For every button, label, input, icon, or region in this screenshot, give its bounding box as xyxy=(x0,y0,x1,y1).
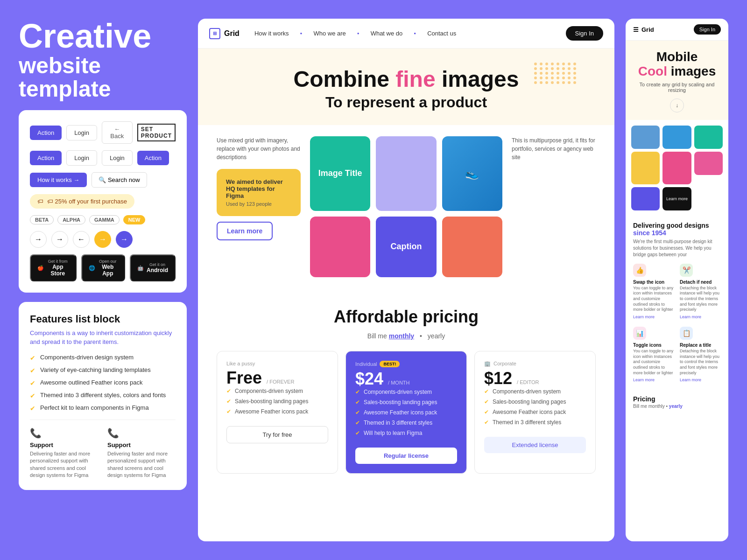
action-button-1[interactable]: Action xyxy=(30,126,62,140)
support-item-1: 📞 Support Delivering faster and more per… xyxy=(30,427,98,479)
yellow-card: We aimed to deliver HQ templates for Fig… xyxy=(217,169,301,216)
features-subtitle: Components is a way to inherit customiza… xyxy=(30,329,176,346)
price-feature-free-1: ✔Components-driven system xyxy=(226,388,328,394)
check-icon-4: ✔ xyxy=(30,392,35,399)
image-grid: Image Title 👟 Caption xyxy=(310,136,502,277)
learn-more-button[interactable]: Learn more xyxy=(217,222,273,240)
grid-right-text: This is multipurpose grid, it fits for p… xyxy=(512,136,596,277)
grid-left-text: Use mixed grid with imagery, replace wit… xyxy=(217,136,301,277)
mobile-section-desc: We're the first multi-purpose design kit… xyxy=(633,238,721,258)
arrow-right-active-yellow[interactable]: → xyxy=(94,231,111,248)
how-it-works-button[interactable]: How it works → xyxy=(30,173,87,187)
replace-icon: 📋 xyxy=(680,327,693,340)
nav-link-who[interactable]: Who we are xyxy=(313,30,345,37)
button-row-1: Action Login ← Back SETPRODUCT xyxy=(30,121,176,144)
features-list: ✔ Components-driven design system ✔ Vari… xyxy=(30,354,176,412)
nav-link-contact[interactable]: Contact us xyxy=(427,30,456,37)
billing-toggle: Bill me monthly • yearly xyxy=(217,332,596,340)
login-button-1[interactable]: Login xyxy=(66,125,97,140)
try-free-button[interactable]: Try for free xyxy=(226,426,328,443)
feature-item-1: ✔ Components-driven design system xyxy=(30,354,176,362)
grid-section: Use mixed grid with imagery, replace wit… xyxy=(198,125,614,288)
check-icon-2: ✔ xyxy=(30,367,35,374)
mobile-grid-cell-5 xyxy=(662,152,691,184)
mobile-feature-row-2: 📊 Toggle icons You can toggle to any ico… xyxy=(633,327,721,382)
mobile-grid-cell-7 xyxy=(631,187,660,210)
grid-cell-pink xyxy=(310,217,370,277)
tag-alpha: ALPHA xyxy=(57,215,85,224)
action-button-2[interactable]: Action xyxy=(30,151,62,165)
swap-icon: 👍 xyxy=(633,264,646,277)
mobile-subtitle: To create any grid by scaling and resizi… xyxy=(633,82,721,93)
nav-signin-button[interactable]: Sign In xyxy=(566,26,603,41)
mobile-learn-more-button[interactable]: Learn more xyxy=(662,187,691,210)
mobile-feature-replace: 📋 Replace a title Detaching the block in… xyxy=(680,327,721,382)
swap-learn-link[interactable]: Learn more xyxy=(633,315,674,319)
arrow-right-active-purple[interactable]: → xyxy=(116,231,133,248)
mobile-grid-cell-2 xyxy=(662,126,691,149)
mobile-scroll-arrow[interactable]: ↓ xyxy=(670,98,684,112)
hero-title-block: Creative website template xyxy=(19,19,187,101)
appstore-button[interactable]: 🍎 Get it from App Store xyxy=(30,254,77,281)
price-feature-ind-3: ✔Awesome Feather icons pack xyxy=(355,409,457,416)
grid-cell-coral xyxy=(442,217,502,277)
mobile-signin-button[interactable]: Sign In xyxy=(694,24,721,35)
android-button[interactable]: 🤖 Get it on Android xyxy=(130,254,176,281)
price-feature-ind-2: ✔Sales-boosting landing pages xyxy=(355,399,457,406)
web-icon: 🌐 xyxy=(89,265,95,271)
support-row: 📞 Support Delivering faster and more per… xyxy=(30,420,176,479)
mobile-section-title: Delivering good designssince 1954 xyxy=(633,222,721,237)
replace-learn-link[interactable]: Learn more xyxy=(680,378,721,382)
features-title: Features list block xyxy=(30,313,176,325)
mobile-billing-yearly[interactable]: yearly xyxy=(669,404,683,409)
price-feature-corp-2: ✔Sales-boosting landing pages xyxy=(484,399,586,405)
arrow-left-2[interactable]: ← xyxy=(73,231,90,248)
price-feature-corp-3: ✔Awesome Feather icons pack xyxy=(484,409,586,415)
pricing-card-free: Like a pussy Free / FOREVER ✔Components-… xyxy=(217,351,338,474)
mobile-feature-swap: 👍 Swap the icon You can toggle to any ic… xyxy=(633,264,674,319)
back-button[interactable]: ← Back xyxy=(102,121,133,144)
feature-item-5: ✔ Perfect kit to learn components in Fig… xyxy=(30,404,176,412)
arrow-left-1[interactable]: → xyxy=(30,231,47,248)
tier-label-corporate: 🏢Corporate xyxy=(484,361,586,367)
regular-license-button[interactable]: Regular license xyxy=(355,448,457,464)
arrow-right-1[interactable]: → xyxy=(51,231,68,248)
billing-yearly[interactable]: yearly xyxy=(428,332,445,340)
mobile-feature-toggle: 📊 Toggle icons You can toggle to any ico… xyxy=(633,327,674,382)
detach-learn-link[interactable]: Learn more xyxy=(680,315,721,319)
billing-monthly[interactable]: monthly xyxy=(389,332,414,340)
grid-cell-lavender xyxy=(376,136,436,211)
nav-link-what[interactable]: What we do xyxy=(371,30,403,37)
toggle-learn-link[interactable]: Learn more xyxy=(633,378,674,382)
arrows-row: → → ← → → xyxy=(30,231,176,248)
right-panel: ☰ Grid Sign In Mobile Cool images To cre… xyxy=(626,19,728,541)
login-button-2[interactable]: Login xyxy=(66,150,97,166)
ui-demo-card: Action Login ← Back SETPRODUCT Action Lo… xyxy=(19,110,187,293)
promo-badge: 🏷 🏷 25% off your first purchase xyxy=(30,194,134,209)
hero-title: Creative website template xyxy=(19,19,187,101)
detach-icon: ✂️ xyxy=(680,264,693,277)
hero-section: Combine fine images To represent a produ… xyxy=(198,49,614,125)
login-button-3[interactable]: Login xyxy=(102,150,133,166)
mobile-billing: Bill me monthly • yearly xyxy=(633,404,721,409)
promo-icon: 🏷 xyxy=(37,198,43,205)
mobile-content: Delivering good designssince 1954 We're … xyxy=(626,216,728,396)
check-icon-5: ✔ xyxy=(30,405,35,412)
action-button-3[interactable]: Action xyxy=(137,151,169,165)
price-feature-corp-4: ✔Themed in 3 different styles xyxy=(484,419,586,426)
nav-links: How it works ● Who we are ● What we do ●… xyxy=(254,30,551,37)
pricing-title: Affordable pricing xyxy=(217,307,596,327)
price-individual: $24 / MONTH xyxy=(355,369,457,389)
mobile-grid: Learn more xyxy=(626,120,728,216)
extended-license-button[interactable]: Extended license xyxy=(484,437,586,453)
promo-text: 🏷 25% off your first purchase xyxy=(47,198,127,205)
price-feature-ind-1: ✔Components-driven system xyxy=(355,389,457,395)
check-icon-1: ✔ xyxy=(30,354,35,362)
nav-link-how[interactable]: How it works xyxy=(254,30,289,37)
check-icon-3: ✔ xyxy=(30,379,35,387)
tier-label-individual: Individual BEST! xyxy=(355,361,457,367)
brand-tag: SETPRODUCT xyxy=(137,124,176,141)
webapp-button[interactable]: 🌐 Open our Web App xyxy=(81,254,125,281)
tier-label-free: Like a pussy xyxy=(226,361,328,366)
search-now-button[interactable]: 🔍 Search now xyxy=(92,172,147,188)
